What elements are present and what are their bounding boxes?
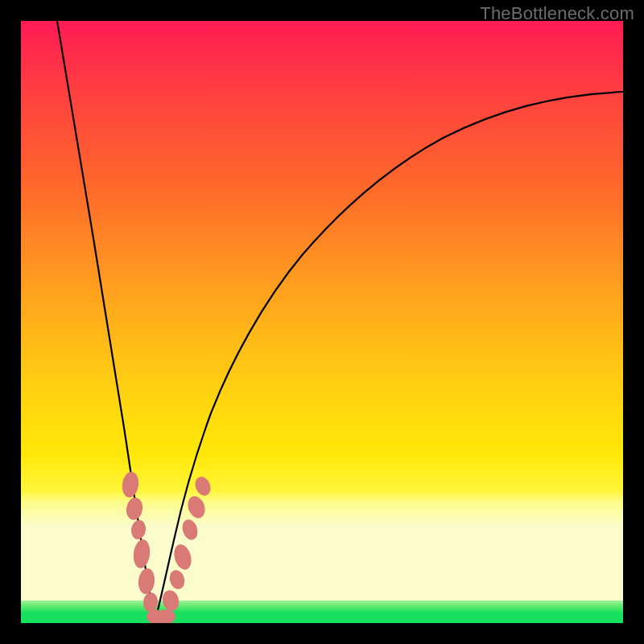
plot-area [21,21,623,623]
blob [167,568,187,591]
blob [185,493,208,520]
blob [160,588,181,613]
right-branch-curve [155,92,623,623]
blob [125,497,144,522]
blob [132,539,151,569]
blob [180,518,200,542]
curve-layer [21,21,623,623]
marker-cluster [121,471,213,623]
chart-frame: TheBottleneck.com [0,0,644,644]
blob [192,475,213,498]
blob [137,568,155,595]
blob [171,543,194,572]
blob [121,471,140,498]
blob [142,592,159,612]
blob [130,519,147,540]
